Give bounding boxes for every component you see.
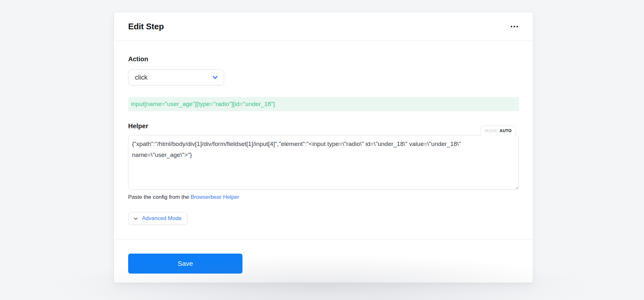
advanced-mode-button[interactable]: Advanced Mode bbox=[128, 212, 187, 225]
page-title: Edit Step bbox=[128, 22, 164, 32]
page-background: { "theme": { "page_bg": "#f4f5f7", "card… bbox=[0, 0, 644, 300]
chevron-down-icon bbox=[212, 74, 219, 81]
selector-preview: input[name="user_age"][type="radio"][id=… bbox=[128, 97, 519, 111]
ellipsis-menu-icon[interactable] bbox=[510, 23, 519, 30]
card-header: Edit Step bbox=[114, 12, 533, 41]
save-button[interactable]: Save bbox=[128, 254, 242, 274]
action-select-value: click bbox=[135, 74, 147, 81]
chevron-down-icon bbox=[133, 216, 138, 221]
dot bbox=[516, 26, 518, 27]
action-select[interactable]: click bbox=[128, 69, 224, 85]
helper-caption: Paste the config from the Browserbear He… bbox=[128, 194, 519, 200]
dot bbox=[514, 26, 515, 27]
helper-label: Helper bbox=[128, 122, 519, 130]
advanced-mode-label: Advanced Mode bbox=[142, 215, 182, 222]
helper-field: MODE AUTO bbox=[128, 135, 519, 190]
card-footer: Save bbox=[114, 239, 533, 288]
mode-badge-value: AUTO bbox=[499, 128, 512, 133]
mode-badge[interactable]: MODE AUTO bbox=[481, 126, 516, 135]
helper-caption-text: Paste the config from the bbox=[128, 194, 191, 200]
selector-preview-text: input[name="user_age"][type="radio"][id=… bbox=[131, 101, 275, 108]
edit-step-card: Edit Step Action click input[name="user_… bbox=[114, 12, 533, 283]
browserbear-helper-link[interactable]: Browserbear Helper bbox=[191, 194, 239, 200]
helper-config-textarea[interactable] bbox=[128, 135, 519, 190]
action-label: Action bbox=[128, 55, 519, 63]
card-body: Action click input[name="user_age"][type… bbox=[114, 41, 533, 239]
dot bbox=[511, 26, 512, 27]
mode-badge-label: MODE bbox=[485, 128, 497, 133]
